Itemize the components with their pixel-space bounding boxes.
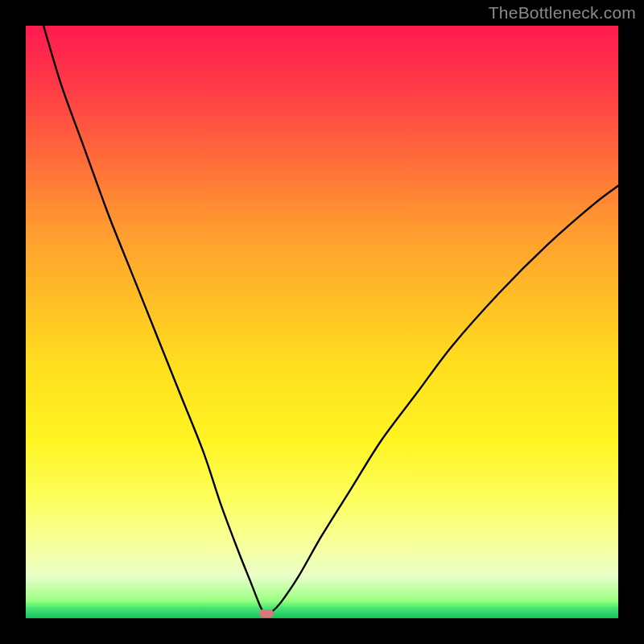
plot-area [26, 26, 618, 618]
watermark-text: TheBottleneck.com [489, 3, 636, 23]
minimum-marker [259, 609, 274, 617]
chart-frame: TheBottleneck.com [0, 0, 644, 644]
bottleneck-curve [26, 26, 618, 618]
